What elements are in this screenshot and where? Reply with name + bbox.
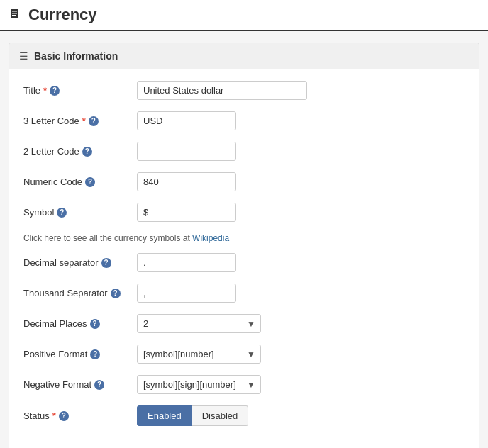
numeric-code-help-icon[interactable]: ?	[85, 177, 95, 187]
document-icon	[9, 8, 23, 22]
positive-format-help-icon[interactable]: ?	[90, 349, 100, 359]
decimal-separator-label: Decimal separator ?	[23, 257, 137, 268]
numeric-code-row: Numeric Code ?	[23, 172, 465, 191]
positive-format-row: Positive Format ? [symbol][number] [numb…	[23, 345, 465, 364]
title-label: Title * ?	[23, 85, 137, 96]
status-toggle: Enabled Disabled	[137, 405, 248, 426]
wikipedia-link[interactable]: Wikipedia	[192, 233, 229, 243]
main-content: ☰ Basic Information Title * ? 3 Letter C…	[0, 31, 488, 448]
negative-format-label: Negative Format ?	[23, 379, 137, 390]
page-title: Currency	[28, 6, 97, 24]
two-letter-code-input[interactable]	[137, 142, 236, 161]
decimal-places-row: Decimal Places ? 2 0 1 3 4 ▼	[23, 314, 465, 333]
two-letter-code-row: 2 Letter Code ?	[23, 142, 465, 161]
numeric-code-label: Numeric Code ?	[23, 177, 137, 187]
status-help-icon[interactable]: ?	[59, 411, 69, 421]
positive-format-label: Positive Format ?	[23, 349, 137, 359]
three-letter-code-label: 3 Letter Code * ?	[23, 116, 137, 126]
title-help-icon[interactable]: ?	[50, 86, 60, 96]
thousand-separator-row: Thousand Separator ?	[23, 284, 465, 303]
symbol-row: Symbol ?	[23, 203, 465, 222]
decimal-places-label: Decimal Places ?	[23, 318, 137, 329]
status-enabled-button[interactable]: Enabled	[137, 405, 192, 426]
numeric-code-input[interactable]	[137, 172, 236, 191]
two-letter-code-label: 2 Letter Code ?	[23, 146, 137, 157]
three-letter-code-input[interactable]	[137, 111, 236, 130]
thousand-separator-input[interactable]	[137, 284, 236, 303]
two-letter-help-icon[interactable]: ?	[82, 147, 92, 157]
status-label: Status * ?	[23, 410, 137, 421]
symbol-input[interactable]	[137, 203, 236, 222]
decimal-separator-row: Decimal separator ?	[23, 253, 465, 272]
symbol-label: Symbol ?	[23, 207, 137, 218]
svg-rect-3	[12, 15, 16, 16]
status-required: *	[52, 410, 56, 421]
decimal-places-help-icon[interactable]: ?	[90, 319, 100, 329]
thousand-separator-label: Thousand Separator ?	[23, 288, 137, 298]
card-body: Title * ? 3 Letter Code * ? 2 Letter Cod…	[9, 69, 479, 448]
decimal-separator-input[interactable]	[137, 253, 236, 272]
positive-format-select[interactable]: [symbol][number] [number][symbol] [symbo…	[137, 345, 261, 364]
list-icon: ☰	[19, 50, 28, 62]
status-disabled-button[interactable]: Disabled	[192, 405, 249, 426]
card-header: ☰ Basic Information	[9, 43, 479, 69]
title-required: *	[43, 85, 47, 96]
positive-format-wrapper: [symbol][number] [number][symbol] [symbo…	[137, 345, 261, 364]
three-letter-required: *	[82, 116, 86, 126]
page-header: Currency	[0, 0, 488, 31]
decimal-places-select[interactable]: 2 0 1 3 4	[137, 314, 261, 333]
wikipedia-row: Click here to see all the currency symbo…	[23, 233, 465, 243]
svg-rect-1	[12, 11, 17, 12]
negative-format-select[interactable]: [symbol][sign][number] [sign][symbol][nu…	[137, 375, 261, 394]
basic-info-card: ☰ Basic Information Title * ? 3 Letter C…	[9, 43, 479, 448]
decimal-separator-help-icon[interactable]: ?	[101, 258, 111, 268]
negative-format-wrapper: [symbol][sign][number] [sign][symbol][nu…	[137, 375, 261, 394]
card-header-title: Basic Information	[34, 50, 118, 62]
svg-rect-2	[12, 13, 17, 14]
title-input[interactable]	[137, 81, 307, 100]
negative-format-help-icon[interactable]: ?	[94, 380, 104, 390]
title-row: Title * ?	[23, 81, 465, 100]
three-letter-code-row: 3 Letter Code * ?	[23, 111, 465, 130]
three-letter-help-icon[interactable]: ?	[89, 116, 99, 126]
negative-format-row: Negative Format ? [symbol][sign][number]…	[23, 375, 465, 394]
status-row: Status * ? Enabled Disabled	[23, 405, 465, 426]
decimal-places-wrapper: 2 0 1 3 4 ▼	[137, 314, 261, 333]
symbol-help-icon[interactable]: ?	[57, 208, 67, 218]
thousand-separator-help-icon[interactable]: ?	[111, 289, 121, 298]
